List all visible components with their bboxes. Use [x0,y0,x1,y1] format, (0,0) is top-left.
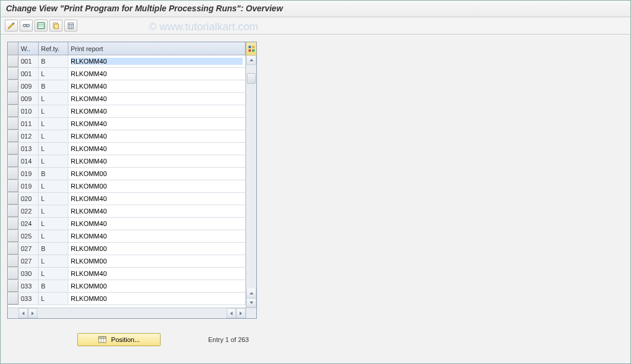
print-report-input[interactable] [71,220,243,227]
vertical-scrollbar[interactable] [246,55,256,307]
print-report-input[interactable] [71,120,243,127]
row-selector[interactable] [8,80,18,92]
row-selector[interactable] [8,155,18,167]
cell-print-report[interactable] [68,168,246,180]
cell-print-report[interactable] [68,218,246,230]
cell-print-report[interactable] [68,93,246,105]
row-selector[interactable] [8,93,18,105]
cell-print-report[interactable] [68,118,246,130]
cell-print-report[interactable] [68,293,246,305]
print-report-input[interactable] [71,295,243,302]
cell-print-report[interactable] [68,193,246,205]
scroll-right2-arrow-icon[interactable] [236,308,246,318]
column-header-w[interactable]: W.. [18,42,39,55]
table-row: 030L [8,268,246,280]
row-selector[interactable] [8,105,18,117]
column-header-print-report[interactable]: Print report [68,42,246,55]
position-button-label: Position... [111,336,140,343]
print-report-input[interactable] [71,83,243,90]
table-row: 010L [8,105,246,118]
print-report-input[interactable] [71,158,243,165]
print-report-input[interactable] [71,270,243,277]
print-report-input[interactable] [71,195,243,202]
cell-ref: L [39,68,68,80]
cell-print-report[interactable] [68,105,246,117]
cell-ref: L [39,293,68,305]
table-row: 013L [8,143,246,155]
row-selector[interactable] [8,193,18,205]
cell-print-report[interactable] [68,268,246,280]
print-report-input[interactable] [71,95,243,102]
cell-print-report[interactable] [68,180,246,192]
row-selector[interactable] [8,143,18,155]
print-report-input[interactable] [71,283,243,290]
scroll-left2-arrow-icon[interactable] [227,308,236,318]
new-entries-button[interactable] [34,20,48,32]
h-scrollbar-track[interactable] [37,308,227,318]
row-selector[interactable] [8,268,18,280]
cell-w: 020 [18,193,39,205]
print-report-input[interactable] [71,58,243,65]
cell-ref: L [39,205,68,217]
scroll-left-arrow-icon[interactable] [18,308,28,318]
print-report-input[interactable] [71,258,243,265]
cell-print-report[interactable] [68,55,246,67]
cell-print-report[interactable] [68,243,246,255]
print-report-input[interactable] [71,70,243,77]
position-button[interactable]: Position... [77,333,161,346]
cell-print-report[interactable] [68,80,246,92]
table-settings-button[interactable] [246,42,256,55]
row-selector[interactable] [8,205,18,217]
print-report-input[interactable] [71,233,243,240]
print-report-input[interactable] [71,245,243,252]
row-selector[interactable] [8,118,18,130]
print-report-input[interactable] [71,108,243,115]
cell-print-report[interactable] [68,205,246,217]
cell-ref: L [39,268,68,280]
print-report-input[interactable] [71,145,243,152]
cell-print-report[interactable] [68,280,246,292]
cell-print-report[interactable] [68,255,246,267]
scroll-right-arrow-icon[interactable] [28,308,37,318]
row-selector[interactable] [8,230,18,242]
table-row: 033B [8,280,246,293]
delete-button[interactable] [64,20,77,32]
cell-print-report[interactable] [68,130,246,142]
toggle-edit-button[interactable] [5,20,18,32]
row-selector[interactable] [8,255,18,267]
cell-w: 019 [18,168,39,180]
row-selector[interactable] [8,243,18,255]
cell-print-report[interactable] [68,143,246,155]
horizontal-scrollbar[interactable] [8,307,256,318]
scrollbar-thumb[interactable] [247,73,256,84]
row-selector[interactable] [8,68,18,80]
cell-w: 014 [18,155,39,167]
cell-print-report[interactable] [68,68,246,80]
scroll-up-small-icon[interactable] [246,288,256,298]
scrollbar-track[interactable] [246,65,256,288]
cell-print-report[interactable] [68,155,246,167]
detail-button[interactable] [20,20,33,32]
cell-ref: L [39,118,68,130]
cell-print-report[interactable] [68,230,246,242]
row-selector[interactable] [8,180,18,192]
row-selector[interactable] [8,218,18,230]
row-selector[interactable] [8,293,18,305]
scroll-down-arrow-icon[interactable] [246,298,256,307]
cell-w: 027 [18,243,39,255]
column-header-ref[interactable]: Ref.ty. [39,42,68,55]
table-row: 012L [8,130,246,143]
position-icon [98,335,106,344]
row-selector[interactable] [8,280,18,292]
copy-as-button[interactable] [49,20,62,32]
print-report-input[interactable] [71,170,243,177]
print-report-input[interactable] [71,208,243,215]
row-selector[interactable] [8,168,18,180]
print-report-input[interactable] [71,133,243,140]
row-selector[interactable] [8,130,18,142]
table-row: 024L [8,218,246,230]
row-selector[interactable] [8,55,18,67]
print-report-input[interactable] [71,183,243,190]
scroll-up-arrow-icon[interactable] [246,55,256,65]
column-selector[interactable] [8,42,18,55]
